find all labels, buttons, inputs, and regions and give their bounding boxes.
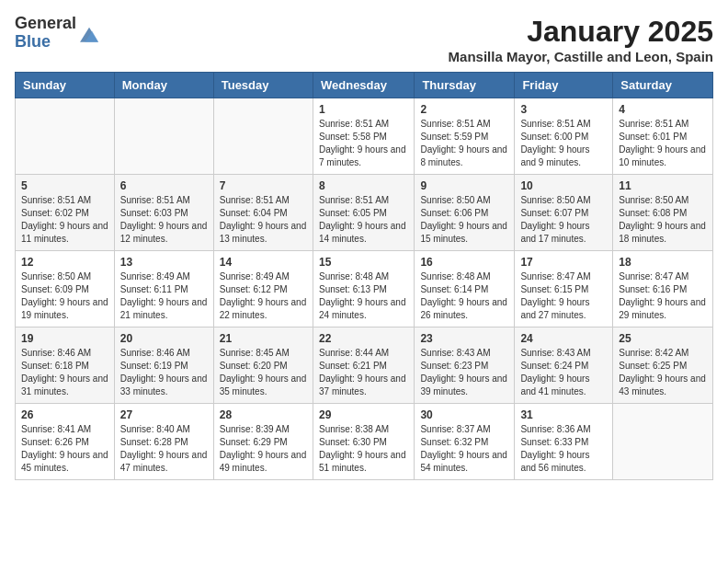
day-info: Sunrise: 8:51 AM Sunset: 5:58 PM Dayligh…: [319, 118, 408, 169]
month-year-title: January 2025: [449, 15, 713, 49]
day-number: 27: [120, 408, 208, 421]
day-info: Sunrise: 8:47 AM Sunset: 6:16 PM Dayligh…: [619, 270, 707, 322]
calendar-week-row: 26Sunrise: 8:41 AM Sunset: 6:26 PM Dayli…: [16, 404, 713, 480]
calendar-cell: 11Sunrise: 8:50 AM Sunset: 6:08 PM Dayli…: [613, 175, 713, 251]
day-info: Sunrise: 8:50 AM Sunset: 6:08 PM Dayligh…: [619, 194, 707, 246]
day-number: 22: [319, 332, 408, 345]
calendar-week-row: 19Sunrise: 8:46 AM Sunset: 6:18 PM Dayli…: [16, 327, 713, 404]
day-number: 20: [120, 332, 208, 345]
logo-icon: [80, 25, 98, 43]
calendar-cell: 17Sunrise: 8:47 AM Sunset: 6:15 PM Dayli…: [515, 251, 613, 327]
calendar-cell: 6Sunrise: 8:51 AM Sunset: 6:03 PM Daylig…: [114, 175, 213, 251]
day-number: 14: [220, 256, 307, 269]
day-number: 10: [520, 179, 607, 192]
weekday-header-thursday: Thursday: [415, 73, 515, 98]
weekday-header-sunday: Sunday: [16, 73, 115, 98]
calendar-cell: [114, 98, 213, 175]
day-info: Sunrise: 8:51 AM Sunset: 6:04 PM Dayligh…: [220, 194, 307, 246]
calendar-cell: 22Sunrise: 8:44 AM Sunset: 6:21 PM Dayli…: [313, 327, 414, 404]
day-number: 9: [420, 179, 508, 192]
day-number: 17: [520, 256, 607, 269]
weekday-header-monday: Monday: [114, 73, 213, 98]
calendar-cell: 2Sunrise: 8:51 AM Sunset: 5:59 PM Daylig…: [415, 98, 515, 175]
calendar-cell: 16Sunrise: 8:48 AM Sunset: 6:14 PM Dayli…: [415, 251, 515, 327]
day-info: Sunrise: 8:51 AM Sunset: 6:01 PM Dayligh…: [619, 118, 707, 169]
logo-text: General Blue: [15, 15, 76, 52]
calendar-cell: 8Sunrise: 8:51 AM Sunset: 6:05 PM Daylig…: [313, 175, 414, 251]
day-number: 25: [619, 332, 707, 345]
day-info: Sunrise: 8:41 AM Sunset: 6:26 PM Dayligh…: [21, 423, 108, 475]
calendar-cell: 4Sunrise: 8:51 AM Sunset: 6:01 PM Daylig…: [613, 98, 713, 175]
day-number: 18: [619, 256, 707, 269]
calendar-cell: 31Sunrise: 8:36 AM Sunset: 6:33 PM Dayli…: [515, 404, 613, 480]
page-header: General Blue January 2025 Mansilla Mayor…: [15, 15, 713, 64]
calendar-cell: 3Sunrise: 8:51 AM Sunset: 6:00 PM Daylig…: [515, 98, 613, 175]
title-section: January 2025 Mansilla Mayor, Castille an…: [449, 15, 713, 64]
calendar-cell: 21Sunrise: 8:45 AM Sunset: 6:20 PM Dayli…: [213, 327, 313, 404]
calendar-cell: 18Sunrise: 8:47 AM Sunset: 6:16 PM Dayli…: [613, 251, 713, 327]
day-info: Sunrise: 8:51 AM Sunset: 5:59 PM Dayligh…: [420, 118, 508, 169]
day-number: 15: [319, 256, 408, 269]
day-number: 31: [520, 408, 607, 421]
calendar-cell: 20Sunrise: 8:46 AM Sunset: 6:19 PM Dayli…: [114, 327, 213, 404]
day-info: Sunrise: 8:42 AM Sunset: 6:25 PM Dayligh…: [619, 347, 707, 398]
day-number: 26: [21, 408, 108, 421]
day-info: Sunrise: 8:38 AM Sunset: 6:30 PM Dayligh…: [319, 423, 408, 475]
day-info: Sunrise: 8:51 AM Sunset: 6:03 PM Dayligh…: [120, 194, 208, 246]
day-number: 23: [420, 332, 508, 345]
calendar-cell: 14Sunrise: 8:49 AM Sunset: 6:12 PM Dayli…: [213, 251, 313, 327]
day-number: 2: [420, 103, 508, 116]
day-info: Sunrise: 8:37 AM Sunset: 6:32 PM Dayligh…: [420, 423, 508, 475]
day-number: 30: [420, 408, 508, 421]
day-info: Sunrise: 8:48 AM Sunset: 6:13 PM Dayligh…: [319, 270, 408, 322]
calendar-cell: 27Sunrise: 8:40 AM Sunset: 6:28 PM Dayli…: [114, 404, 213, 480]
day-info: Sunrise: 8:40 AM Sunset: 6:28 PM Dayligh…: [120, 423, 208, 475]
day-info: Sunrise: 8:49 AM Sunset: 6:11 PM Dayligh…: [120, 270, 208, 322]
day-info: Sunrise: 8:50 AM Sunset: 6:07 PM Dayligh…: [520, 194, 607, 246]
calendar-cell: 5Sunrise: 8:51 AM Sunset: 6:02 PM Daylig…: [16, 175, 115, 251]
calendar-cell: 30Sunrise: 8:37 AM Sunset: 6:32 PM Dayli…: [415, 404, 515, 480]
day-info: Sunrise: 8:50 AM Sunset: 6:06 PM Dayligh…: [420, 194, 508, 246]
calendar-cell: [613, 404, 713, 480]
day-info: Sunrise: 8:48 AM Sunset: 6:14 PM Dayligh…: [420, 270, 508, 322]
day-number: 3: [520, 103, 607, 116]
logo-general: General: [15, 15, 76, 33]
calendar-cell: 28Sunrise: 8:39 AM Sunset: 6:29 PM Dayli…: [213, 404, 313, 480]
day-info: Sunrise: 8:43 AM Sunset: 6:23 PM Dayligh…: [420, 347, 508, 398]
day-info: Sunrise: 8:36 AM Sunset: 6:33 PM Dayligh…: [520, 423, 607, 475]
day-number: 1: [319, 103, 408, 116]
calendar-cell: [16, 98, 115, 175]
day-number: 12: [21, 256, 108, 269]
location-subtitle: Mansilla Mayor, Castille and Leon, Spain: [449, 49, 713, 64]
calendar-cell: 15Sunrise: 8:48 AM Sunset: 6:13 PM Dayli…: [313, 251, 414, 327]
calendar-week-row: 5Sunrise: 8:51 AM Sunset: 6:02 PM Daylig…: [16, 175, 713, 251]
weekday-header-friday: Friday: [515, 73, 613, 98]
day-number: 11: [619, 179, 707, 192]
calendar-cell: 7Sunrise: 8:51 AM Sunset: 6:04 PM Daylig…: [213, 175, 313, 251]
calendar-cell: 13Sunrise: 8:49 AM Sunset: 6:11 PM Dayli…: [114, 251, 213, 327]
day-info: Sunrise: 8:49 AM Sunset: 6:12 PM Dayligh…: [220, 270, 307, 322]
calendar-cell: 23Sunrise: 8:43 AM Sunset: 6:23 PM Dayli…: [415, 327, 515, 404]
calendar-week-row: 1Sunrise: 8:51 AM Sunset: 5:58 PM Daylig…: [16, 98, 713, 175]
weekday-header-row: SundayMondayTuesdayWednesdayThursdayFrid…: [16, 73, 713, 98]
weekday-header-tuesday: Tuesday: [213, 73, 313, 98]
calendar-cell: [213, 98, 313, 175]
logo: General Blue: [15, 15, 98, 52]
calendar-cell: 25Sunrise: 8:42 AM Sunset: 6:25 PM Dayli…: [613, 327, 713, 404]
day-number: 29: [319, 408, 408, 421]
day-info: Sunrise: 8:43 AM Sunset: 6:24 PM Dayligh…: [520, 347, 607, 398]
calendar-cell: 9Sunrise: 8:50 AM Sunset: 6:06 PM Daylig…: [415, 175, 515, 251]
logo-blue: Blue: [15, 33, 76, 52]
calendar-cell: 10Sunrise: 8:50 AM Sunset: 6:07 PM Dayli…: [515, 175, 613, 251]
day-number: 24: [520, 332, 607, 345]
day-info: Sunrise: 8:44 AM Sunset: 6:21 PM Dayligh…: [319, 347, 408, 398]
day-info: Sunrise: 8:51 AM Sunset: 6:00 PM Dayligh…: [520, 118, 607, 169]
day-number: 21: [220, 332, 307, 345]
day-number: 5: [21, 179, 108, 192]
day-number: 19: [21, 332, 108, 345]
day-number: 28: [220, 408, 307, 421]
day-info: Sunrise: 8:50 AM Sunset: 6:09 PM Dayligh…: [21, 270, 108, 322]
day-info: Sunrise: 8:51 AM Sunset: 6:05 PM Dayligh…: [319, 194, 408, 246]
calendar-week-row: 12Sunrise: 8:50 AM Sunset: 6:09 PM Dayli…: [16, 251, 713, 327]
day-info: Sunrise: 8:51 AM Sunset: 6:02 PM Dayligh…: [21, 194, 108, 246]
